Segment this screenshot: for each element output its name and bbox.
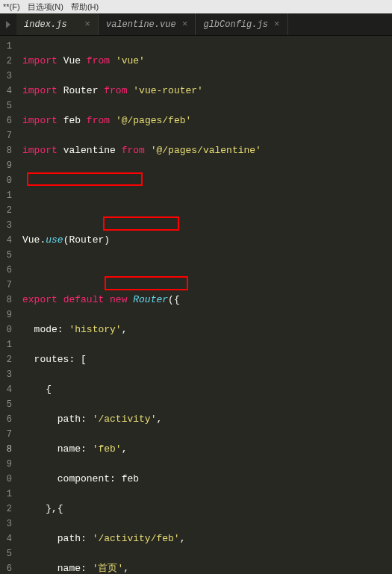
code-line: name: '首页',: [22, 561, 261, 574]
line-number: 7: [0, 128, 12, 143]
line-number: 2: [0, 203, 12, 218]
code-line: import valentine from '@/pages/valentine…: [22, 143, 261, 158]
line-number: 0: [0, 173, 12, 188]
line-number: 6: [0, 263, 12, 278]
line-number: 8: [0, 442, 12, 457]
code-line: [22, 203, 261, 218]
code-content[interactable]: import Vue from 'vue' import Router from…: [16, 36, 261, 574]
code-line: routes: [: [22, 352, 261, 367]
menu-item[interactable]: **(F): [3, 2, 20, 11]
line-number: 5: [0, 99, 12, 113]
close-icon[interactable]: ×: [84, 19, 90, 30]
code-line: component: feb: [22, 472, 261, 487]
line-number: 8: [0, 293, 12, 308]
code-line: name: 'feb',: [22, 442, 261, 457]
tab-index-js[interactable]: index.js ×: [16, 13, 99, 35]
line-number: 3: [0, 367, 12, 382]
tab-label: index.js: [24, 19, 67, 30]
menu-bar: **(F) 目选项(N) 帮助(H): [0, 0, 392, 13]
line-number: 1: [0, 337, 12, 352]
code-line: import Router from 'vue-router': [22, 84, 261, 99]
line-number: 1: [0, 188, 12, 203]
line-number: 9: [0, 158, 12, 173]
line-number: 2: [0, 502, 12, 517]
line-number: 7: [0, 278, 12, 293]
code-line: path: '/activity',: [22, 412, 261, 427]
close-icon[interactable]: ×: [182, 19, 188, 30]
menu-item[interactable]: 目选项(N): [28, 1, 63, 13]
line-number: 3: [0, 69, 12, 84]
line-number: 9: [0, 457, 12, 472]
line-number: 4: [0, 382, 12, 397]
code-line: mode: 'history',: [22, 322, 261, 337]
code-editor[interactable]: 1 2 3 4 5 6 7 8 9 0 1 2 3 4 5 6 7 8 9 0 …: [0, 36, 392, 574]
code-line: import feb from '@/pages/feb': [22, 113, 261, 128]
line-number: 2: [0, 54, 12, 69]
line-number: 2: [0, 352, 12, 367]
tab-bar: index.js × valentine.vue × glbConfig.js …: [0, 13, 392, 36]
tab-glbconfig-js[interactable]: glbConfig.js ×: [196, 13, 287, 35]
code-line: [22, 263, 261, 278]
tab-label: glbConfig.js: [203, 19, 267, 30]
line-number: 3: [0, 218, 12, 233]
line-number-gutter: 1 2 3 4 5 6 7 8 9 0 1 2 3 4 5 6 7 8 9 0 …: [0, 36, 16, 574]
line-number: 9: [0, 308, 12, 322]
code-line: [22, 173, 261, 188]
line-number: 5: [0, 397, 12, 412]
menu-item[interactable]: 帮助(H): [71, 1, 99, 13]
code-line: },{: [22, 502, 261, 517]
line-number: 4: [0, 531, 12, 546]
line-number: 4: [0, 84, 12, 99]
code-line: path: '/activity/feb',: [22, 531, 261, 546]
line-number: 5: [0, 248, 12, 263]
line-number: 1: [0, 487, 12, 502]
line-number: 6: [0, 113, 12, 128]
highlight-box-activity: [103, 216, 179, 231]
line-number: 7: [0, 427, 12, 442]
line-number: 5: [0, 546, 12, 561]
chevron-right-icon: [6, 21, 10, 28]
line-number: 8: [0, 143, 12, 158]
code-line: export default new Router({: [22, 293, 261, 308]
line-number: 6: [0, 561, 12, 574]
highlight-box-activity-feb: [105, 276, 188, 290]
line-number: 0: [0, 472, 12, 487]
line-number: 4: [0, 233, 12, 248]
line-number: 1: [0, 39, 12, 54]
code-line: import Vue from 'vue': [22, 54, 261, 69]
close-icon[interactable]: ×: [274, 19, 280, 30]
tab-dropdown[interactable]: [0, 13, 16, 35]
code-line: Vue.use(Router): [22, 233, 261, 248]
line-number: 6: [0, 412, 12, 427]
line-number: 3: [0, 517, 12, 531]
line-number: 0: [0, 322, 12, 337]
tab-label: valentine.vue: [106, 19, 176, 30]
code-line: {: [22, 382, 261, 397]
tab-valentine-vue[interactable]: valentine.vue ×: [99, 13, 196, 35]
